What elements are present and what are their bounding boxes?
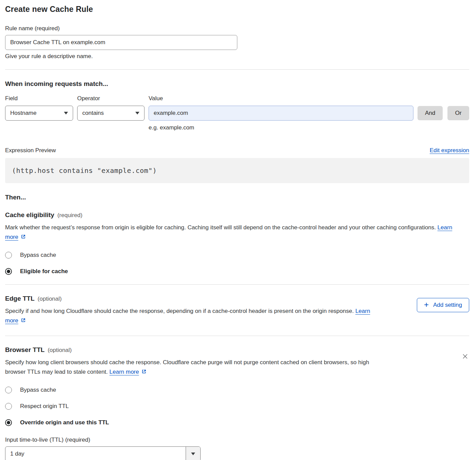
edge-ttl-description-text: Specify if and how long Cloudflare shoul… [5, 308, 354, 314]
radio-label: Bypass cache [20, 252, 56, 259]
edge-ttl-title: Edge TTL [5, 295, 35, 302]
ttl-select-value: 1 day [5, 447, 186, 460]
value-input-value: example.com [154, 110, 188, 117]
edit-expression-link[interactable]: Edit expression [430, 147, 469, 154]
divider [5, 69, 469, 70]
plus-icon: + [424, 301, 429, 309]
radio-icon [5, 252, 12, 259]
radio-bypass-cache[interactable]: Bypass cache [5, 252, 469, 259]
edge-ttl-title-row: Edge TTL (optional) [5, 295, 469, 302]
ttl-label: Input time-to-live (TTL) (required) [5, 437, 469, 443]
cache-eligibility-description-text: Mark whether the request’s response from… [5, 224, 436, 231]
add-setting-button[interactable]: + Add setting [417, 298, 469, 312]
page-title: Create new Cache Rule [5, 5, 469, 14]
rule-name-label: Rule name (required) [5, 25, 469, 32]
expression-code-block: (http.host contains "example.com") [5, 158, 469, 183]
browser-ttl-qualifier: (optional) [48, 347, 72, 354]
operator-column: Operator contains [77, 95, 144, 121]
field-column: Field Hostname [5, 95, 73, 121]
browser-ttl-title: Browser TTL [5, 346, 45, 354]
close-icon[interactable] [461, 352, 469, 361]
and-button[interactable]: And [418, 106, 443, 120]
ttl-input-group: Input time-to-live (TTL) (required) 1 da… [5, 437, 469, 460]
value-help: e.g. example.com [149, 124, 469, 131]
operator-label: Operator [77, 95, 144, 102]
edge-ttl-section: Edge TTL (optional) + Add setting Specif… [5, 295, 469, 326]
radio-icon [5, 403, 12, 410]
rule-name-group: Rule name (required) Browser Cache TTL o… [5, 25, 469, 60]
divider [5, 336, 469, 336]
edge-ttl-qualifier: (optional) [38, 296, 62, 302]
value-label: Value [149, 95, 413, 102]
ttl-select[interactable]: 1 day [5, 446, 201, 460]
browser-ttl-options: Bypass cache Respect origin TTL Override… [5, 387, 469, 426]
radio-respect-origin-ttl[interactable]: Respect origin TTL [5, 403, 469, 410]
add-setting-label: Add setting [433, 302, 462, 308]
browser-ttl-learn-more-link[interactable]: Learn more [109, 369, 139, 375]
then-heading: Then... [5, 194, 469, 201]
chevron-down-icon [64, 112, 68, 114]
expression-preview-label: Expression Preview [5, 147, 56, 154]
chevron-down-icon [135, 112, 139, 114]
radio-icon [5, 387, 12, 393]
expression-header: Expression Preview Edit expression [5, 147, 469, 154]
external-link-icon [20, 317, 26, 326]
operator-select-value: contains [82, 110, 104, 117]
radio-eligible-for-cache[interactable]: Eligible for cache [5, 268, 469, 275]
radio-label: Respect origin TTL [20, 403, 69, 410]
radio-override-origin-ttl[interactable]: Override origin and use this TTL [5, 419, 469, 426]
cache-eligibility-options: Bypass cache Eligible for cache [5, 252, 469, 275]
cache-eligibility-title-row: Cache eligibility (required) [5, 211, 469, 219]
value-input[interactable]: example.com [149, 106, 413, 121]
radio-label: Eligible for cache [20, 268, 68, 275]
browser-ttl-description-text: Specify how long client browsers should … [5, 359, 369, 375]
browser-ttl-section: Browser TTL (optional) Specify how long … [5, 346, 469, 460]
browser-ttl-title-row: Browser TTL (optional) [5, 346, 469, 354]
field-select-value: Hostname [10, 110, 36, 117]
rule-name-value: Browser Cache TTL on example.com [10, 39, 105, 46]
create-cache-rule-form: Create new Cache Rule Rule name (require… [0, 0, 476, 460]
rule-name-help: Give your rule a descriptive name. [5, 53, 469, 60]
external-link-icon [20, 233, 26, 243]
browser-ttl-description: Specify how long client browsers should … [5, 358, 376, 377]
cache-eligibility-qualifier: (required) [57, 212, 83, 219]
radio-icon [5, 268, 12, 275]
operator-select[interactable]: contains [77, 106, 144, 121]
radio-bypass-cache[interactable]: Bypass cache [5, 387, 469, 393]
edge-ttl-description: Specify if and how long Cloudflare shoul… [5, 306, 381, 326]
match-condition-row: Field Hostname Operator contains Value e… [5, 95, 469, 121]
match-heading: When incoming requests match... [5, 80, 469, 88]
chevron-down-icon [186, 447, 200, 460]
cache-eligibility-description: Mark whether the request’s response from… [5, 223, 462, 243]
external-link-icon [141, 368, 147, 377]
field-select[interactable]: Hostname [5, 106, 73, 121]
cache-eligibility-title: Cache eligibility [5, 211, 54, 219]
radio-label: Bypass cache [20, 387, 56, 393]
field-label: Field [5, 95, 73, 102]
or-button[interactable]: Or [447, 106, 469, 120]
divider [5, 284, 469, 285]
cache-eligibility-section: Cache eligibility (required) Mark whethe… [5, 211, 469, 275]
rule-name-input[interactable]: Browser Cache TTL on example.com [5, 35, 237, 50]
radio-icon [5, 419, 12, 426]
radio-label: Override origin and use this TTL [20, 419, 109, 426]
value-column: Value example.com [149, 95, 413, 121]
